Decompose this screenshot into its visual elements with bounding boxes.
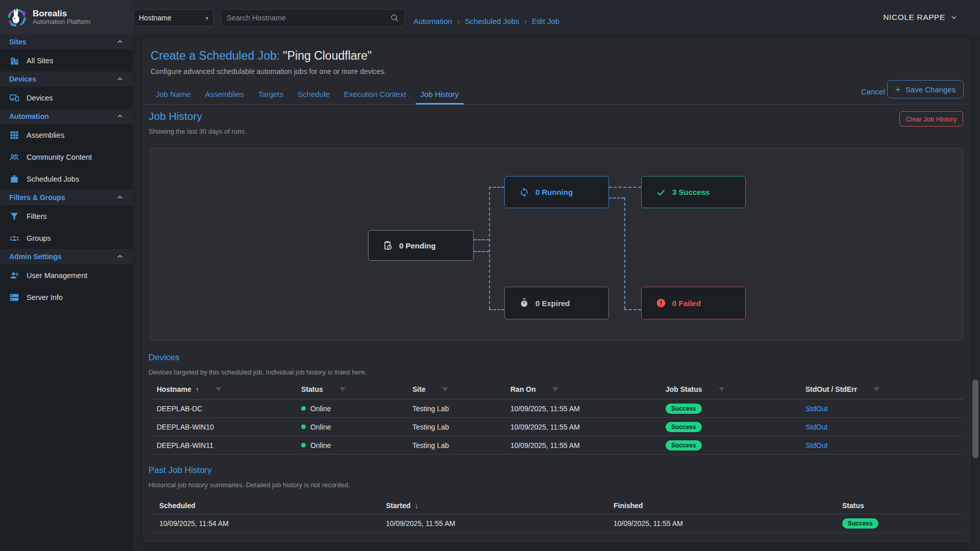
sort-desc-icon[interactable]: ↓: [414, 501, 419, 510]
stdout-link[interactable]: StdOut: [805, 423, 828, 431]
community-icon: [9, 152, 19, 162]
save-changes-button[interactable]: + Save Changes: [887, 80, 964, 98]
column-status[interactable]: Status: [301, 385, 323, 393]
column-status[interactable]: Status: [842, 502, 864, 510]
sidebar-item-user-management[interactable]: User Management: [0, 264, 133, 286]
page-title: Create a Scheduled Job: "Ping Cloudflare…: [151, 49, 372, 63]
sidebar-item-filters[interactable]: Filters: [0, 205, 133, 227]
pending-count-label: 0 Pending: [399, 241, 436, 250]
sidebar-section-filters-groups[interactable]: Filters & Groups: [0, 190, 133, 205]
failed-count-label: 0 Failed: [672, 299, 701, 308]
sidebar-item-label: Filters: [27, 212, 46, 220]
column-hostname[interactable]: Hostname: [157, 385, 191, 393]
table-row[interactable]: DEEPLAB-WIN10 Online Testing Lab 10/09/2…: [151, 418, 963, 436]
breadcrumb-edit-job[interactable]: Edit Job: [532, 17, 559, 26]
column-started[interactable]: Started: [386, 502, 410, 510]
success-status-box: 3 Success: [641, 176, 746, 208]
pending-status-box: 0 Pending: [368, 230, 474, 261]
site-cell: Testing Lab: [412, 441, 510, 449]
stdout-link[interactable]: StdOut: [805, 405, 828, 413]
filter-list-icon[interactable]: [441, 385, 449, 393]
scrollbar-thumb[interactable]: [972, 380, 978, 458]
section-label: Admin Settings: [9, 253, 62, 261]
pending-icon: [383, 240, 393, 251]
search-input[interactable]: [227, 14, 390, 22]
app-root: Borealis Automation Platform Hostname ▾ …: [0, 0, 980, 551]
tab-targets[interactable]: Targets: [251, 84, 290, 104]
hostname-filter-select[interactable]: Hostname ▾: [133, 9, 214, 27]
status-badge: Success: [666, 440, 702, 450]
devices-table: Hostname ↑ Status Site Ran On: [151, 380, 963, 455]
sidebar-item-scheduled-jobs[interactable]: Scheduled Jobs: [0, 168, 133, 190]
hostname-cell: DEEPLAB-WIN10: [157, 423, 301, 431]
filter-list-icon[interactable]: [338, 385, 347, 393]
past-table-header: Scheduled Started↓ Finished Status: [151, 497, 963, 514]
sidebar-section-sites[interactable]: Sites: [0, 34, 133, 49]
sidebar-section-automation[interactable]: Automation: [0, 109, 133, 124]
tab-execution-context[interactable]: Execution Context: [337, 84, 413, 104]
table-row[interactable]: DEEPLAB-WIN11 Online Testing Lab 10/09/2…: [151, 436, 963, 455]
devices-subheading: Devices targeted by this scheduled job. …: [149, 368, 367, 376]
ran-on-cell: 10/09/2025, 11:55 AM: [510, 441, 666, 449]
column-site[interactable]: Site: [412, 385, 426, 393]
plus-icon: +: [895, 85, 901, 94]
column-finished[interactable]: Finished: [614, 502, 643, 510]
sidebar-item-server-info[interactable]: Server Info: [0, 286, 133, 308]
past-job-history-table: Scheduled Started↓ Finished Status 10/09…: [151, 497, 963, 533]
tab-assemblies[interactable]: Assemblies: [198, 84, 251, 104]
sidebar-item-devices[interactable]: Devices: [0, 87, 133, 109]
sidebar-section-devices[interactable]: Devices: [0, 71, 133, 87]
tab-job-name[interactable]: Job Name: [149, 84, 198, 104]
sidebar-item-assemblies[interactable]: Assemblies: [0, 124, 133, 146]
past-job-history-subheading: Historical job history summaries. Detail…: [149, 481, 350, 489]
tab-schedule[interactable]: Schedule: [290, 84, 337, 104]
breadcrumb-automation[interactable]: Automation: [413, 17, 452, 26]
grid-icon: [9, 130, 19, 140]
sort-asc-icon[interactable]: ↑: [195, 385, 200, 394]
filter-list-icon[interactable]: [214, 385, 223, 393]
filter-list-icon[interactable]: [718, 385, 726, 393]
status-badge: Success: [842, 518, 878, 529]
edit-job-panel: Create a Scheduled Job: "Ping Cloudflare…: [142, 39, 971, 543]
sidebar-item-label: Devices: [27, 94, 53, 102]
ran-on-cell: 10/09/2025, 11:55 AM: [510, 405, 666, 413]
chevron-up-icon: [116, 194, 124, 201]
sidebar-item-community-content[interactable]: Community Content: [0, 146, 133, 168]
column-ran-on[interactable]: Ran On: [510, 385, 536, 393]
table-row[interactable]: DEEPLAB-DC Online Testing Lab 10/09/2025…: [151, 399, 963, 418]
connector-line: [489, 309, 504, 310]
section-label: Devices: [9, 75, 36, 83]
devices-heading: Devices: [149, 353, 179, 363]
clear-job-history-button[interactable]: Clear Job History: [899, 111, 963, 127]
connector-line: [624, 309, 641, 310]
status-cell: Online: [310, 441, 331, 449]
sync-icon: [519, 187, 529, 197]
building-icon: [9, 56, 19, 66]
timer-icon: [519, 298, 529, 308]
search-box: [221, 9, 405, 27]
save-changes-label: Save Changes: [905, 85, 955, 94]
column-scheduled[interactable]: Scheduled: [159, 502, 195, 510]
status-cell: Online: [310, 423, 331, 431]
ran-on-cell: 10/09/2025, 11:55 AM: [510, 423, 666, 431]
connector-line: [474, 251, 489, 252]
running-status-box: 0 Running: [504, 176, 609, 208]
filter-list-icon[interactable]: [551, 385, 559, 393]
column-job-status[interactable]: Job Status: [666, 385, 702, 393]
connector-line: [489, 187, 490, 309]
rabbit-logo-icon: [5, 6, 29, 29]
brand-subtitle: Automation Platform: [33, 18, 90, 26]
sidebar-item-all-sites[interactable]: All Sites: [0, 49, 133, 71]
sidebar-section-admin-settings[interactable]: Admin Settings: [0, 249, 133, 264]
breadcrumb-scheduled-jobs[interactable]: Scheduled Jobs: [465, 17, 520, 26]
cancel-button[interactable]: Cancel: [856, 84, 890, 99]
tab-job-history[interactable]: Job History: [413, 84, 466, 104]
main-content: Create a Scheduled Job: "Ping Cloudflare…: [133, 34, 980, 551]
sidebar-item-groups[interactable]: Groups: [0, 227, 133, 249]
user-menu[interactable]: NICOLE RAPPE: [883, 0, 958, 34]
filter-list-icon[interactable]: [872, 385, 880, 393]
stdout-link[interactable]: StdOut: [805, 441, 828, 449]
table-row[interactable]: 10/09/2025, 11:54 AM 10/09/2025, 11:55 A…: [151, 514, 963, 533]
column-stdout-stderr[interactable]: StdOut / StdErr: [805, 385, 857, 393]
section-label: Automation: [9, 112, 49, 120]
